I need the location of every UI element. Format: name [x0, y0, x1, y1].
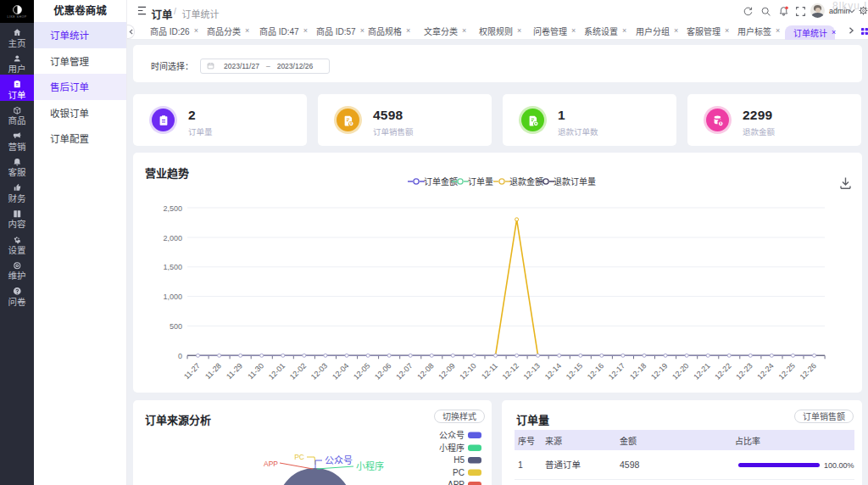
svg-text:2,500: 2,500 [163, 204, 182, 213]
svg-text:12-25: 12-25 [777, 361, 797, 381]
svg-text:12-21: 12-21 [692, 361, 711, 381]
svg-text:12-26: 12-26 [798, 361, 818, 381]
svg-text:12-02: 12-02 [288, 361, 308, 381]
svg-text:12-17: 12-17 [607, 361, 626, 381]
svg-text:12-10: 12-10 [458, 361, 477, 381]
svg-text:12-03: 12-03 [309, 361, 329, 381]
svg-text:H5: H5 [453, 455, 465, 465]
svg-text:12-08: 12-08 [415, 361, 435, 381]
svg-text:12-18: 12-18 [628, 361, 648, 381]
svg-text:11-29: 11-29 [225, 361, 244, 381]
svg-text:小程序: 小程序 [439, 443, 465, 453]
svg-text:500: 500 [170, 322, 182, 331]
svg-text:1,000: 1,000 [163, 293, 182, 301]
svg-text:11-28: 11-28 [203, 361, 223, 381]
svg-text:12-20: 12-20 [670, 361, 690, 381]
svg-text:退款订单量: 退款订单量 [554, 176, 596, 187]
svg-text:订单量: 订单量 [468, 177, 493, 187]
svg-text:公众号: 公众号 [325, 455, 353, 465]
svg-text:小程序: 小程序 [356, 460, 384, 471]
svg-text:公众号: 公众号 [439, 431, 465, 440]
svg-text:12-06: 12-06 [373, 361, 392, 381]
svg-text:12-15: 12-15 [565, 361, 584, 381]
svg-text:12-19: 12-19 [649, 361, 669, 381]
svg-text:APP: APP [448, 480, 465, 485]
svg-text:11-27: 11-27 [182, 361, 202, 381]
svg-text:12-11: 12-11 [480, 361, 499, 381]
svg-text:1,500: 1,500 [163, 263, 182, 271]
svg-text:12-24: 12-24 [755, 361, 775, 381]
svg-text:12-13: 12-13 [522, 361, 542, 381]
svg-text:11-30: 11-30 [246, 361, 265, 381]
svg-text:2,000: 2,000 [163, 234, 182, 242]
svg-text:12-07: 12-07 [394, 361, 414, 381]
svg-text:12-16: 12-16 [586, 361, 605, 381]
svg-text:12-01: 12-01 [267, 361, 287, 381]
svg-text:PC: PC [294, 453, 304, 461]
svg-text:12-05: 12-05 [352, 361, 371, 381]
svg-text:12-23: 12-23 [734, 361, 754, 381]
svg-text:APP: APP [264, 460, 278, 468]
svg-text:0: 0 [178, 352, 182, 360]
svg-text:12-12: 12-12 [501, 361, 520, 381]
svg-text:12-22: 12-22 [713, 361, 732, 381]
svg-text:12-04: 12-04 [331, 361, 350, 381]
svg-text:12-14: 12-14 [543, 361, 563, 381]
svg-text:12-09: 12-09 [437, 361, 456, 381]
svg-text:PC: PC [453, 468, 465, 477]
